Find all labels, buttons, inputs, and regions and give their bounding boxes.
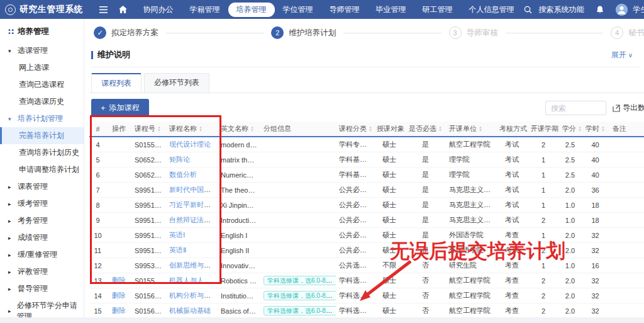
cell-unit: 航空工程学院 bbox=[446, 273, 496, 288]
tab-bar: 课程列表必修环节列表 bbox=[89, 73, 644, 93]
home-icon[interactable] bbox=[119, 6, 127, 13]
column-header[interactable]: 开课单位▲▼ bbox=[446, 122, 496, 137]
export-data-link[interactable]: 导出数据 bbox=[613, 103, 644, 113]
nav-item[interactable]: 导师管理 bbox=[321, 3, 368, 17]
sort-icon[interactable]: ▲▼ bbox=[578, 126, 581, 132]
cell-course_no: S065200202 bbox=[131, 152, 166, 167]
course-name-link[interactable]: 现代设计理论 bbox=[169, 140, 211, 148]
table-search-input[interactable] bbox=[545, 101, 606, 115]
add-course-button[interactable]: + 添加课程 bbox=[91, 99, 149, 117]
cell-course_no: S015500420 bbox=[131, 273, 166, 288]
sidebar-group[interactable]: ▸督导管理 bbox=[0, 280, 84, 297]
search-icon[interactable] bbox=[524, 6, 532, 14]
sort-icon[interactable]: ▲▼ bbox=[479, 126, 482, 132]
column-header[interactable]: 课程号▲▼ bbox=[131, 122, 166, 137]
nav-item[interactable]: 协同办公 bbox=[135, 3, 182, 17]
sort-icon[interactable]: ▲▼ bbox=[369, 126, 372, 132]
course-name-link[interactable]: 数值分析 bbox=[169, 171, 197, 178]
cell-action bbox=[106, 258, 131, 273]
cell-index: 15 bbox=[89, 303, 106, 318]
sidebar-item[interactable]: 查询已选课程 bbox=[0, 76, 84, 93]
cell-course_no: S015500725 bbox=[131, 137, 166, 152]
tab[interactable]: 课程列表 bbox=[91, 73, 142, 93]
sidebar-group[interactable]: ▸必修环节学分申请管理 bbox=[0, 297, 84, 317]
sort-icon[interactable]: ▲▼ bbox=[250, 126, 254, 132]
column-header[interactable]: 考核方式▲▼ bbox=[496, 122, 528, 137]
course-name-link[interactable]: 英语Ⅱ bbox=[169, 246, 186, 254]
delete-link[interactable]: 删除 bbox=[112, 307, 126, 314]
cell-hours: 18 bbox=[581, 213, 609, 228]
column-header[interactable]: 学时▲▼ bbox=[581, 122, 609, 137]
cell-assessment: 考查 bbox=[496, 273, 528, 288]
cell-assessment: 考试 bbox=[496, 243, 528, 258]
nav-item[interactable]: 学籍管理 bbox=[182, 3, 228, 17]
avatar[interactable] bbox=[616, 4, 628, 16]
cell-semester: 2 bbox=[528, 213, 559, 228]
section-title: 维护说明 bbox=[97, 49, 130, 60]
delete-link[interactable]: 删除 bbox=[112, 292, 126, 299]
sidebar-group[interactable]: ▸考务管理 bbox=[0, 212, 84, 229]
nav-item[interactable]: 研工管理 bbox=[414, 3, 461, 17]
sidebar-group[interactable]: ▸缓/重修管理 bbox=[0, 246, 84, 263]
course-name-link[interactable]: 机器人与人工... bbox=[169, 276, 216, 284]
course-name-link[interactable]: 自然辩证法概... bbox=[169, 216, 216, 224]
expand-link[interactable]: 展开∨ bbox=[611, 50, 633, 60]
sort-icon[interactable]: ▲▼ bbox=[601, 126, 605, 132]
sidebar-group[interactable]: ▾培养计划管理 bbox=[0, 110, 84, 127]
nav-item[interactable]: 个人信息管理 bbox=[461, 3, 523, 17]
cell-credits: 2.0 bbox=[559, 303, 581, 318]
column-header[interactable]: 是否必选▲▼ bbox=[405, 122, 446, 137]
tab[interactable]: 必修环节列表 bbox=[144, 73, 209, 93]
sidebar-group-label: 督导管理 bbox=[18, 283, 48, 294]
sidebar-group[interactable]: ▾选课管理 bbox=[0, 42, 84, 59]
course-name-link[interactable]: 习近平新时代... bbox=[169, 201, 216, 208]
course-name-link[interactable]: 机械振动基础 bbox=[169, 307, 211, 314]
menu-icon[interactable] bbox=[99, 6, 108, 13]
cell-category: 公共选修课 bbox=[336, 258, 374, 273]
nav-item[interactable]: 毕业管理 bbox=[368, 3, 414, 17]
cell-index: 6 bbox=[89, 167, 106, 183]
delete-link[interactable]: 删除 bbox=[112, 276, 126, 284]
sort-icon[interactable]: ▲▼ bbox=[438, 126, 442, 132]
search-system-label[interactable]: 搜索系统功能 bbox=[539, 4, 584, 15]
nav-item[interactable]: 学位管理 bbox=[275, 3, 321, 17]
sidebar-group[interactable]: ▸评教管理 bbox=[0, 263, 84, 280]
user-label[interactable]: 学生-在校 | bbox=[633, 4, 644, 15]
cell-index: 7 bbox=[89, 183, 106, 198]
column-header[interactable]: 授课对象▲▼ bbox=[374, 122, 405, 137]
column-header[interactable]: 英文名称▲▼ bbox=[218, 122, 260, 137]
cell-group_info: 学科选修课，选6.0-8.0学分 bbox=[260, 273, 336, 288]
sort-icon[interactable]: ▲▼ bbox=[199, 126, 203, 132]
course-name-link[interactable]: 英语Ⅰ bbox=[169, 231, 185, 239]
cell-hours: 32 bbox=[581, 243, 609, 258]
course-name-link[interactable]: 创新思维与创... bbox=[169, 261, 216, 269]
sidebar-item[interactable]: 查询选课历史 bbox=[0, 93, 84, 110]
column-header[interactable]: 学分▲▼ bbox=[559, 122, 581, 137]
cell-english_name: matrix theory bbox=[218, 152, 260, 167]
sidebar-group[interactable]: ▸缓考管理 bbox=[0, 195, 84, 212]
cell-english_name: Robotics and ... bbox=[218, 273, 260, 288]
course-name-link[interactable]: 机构分析与综... bbox=[169, 292, 216, 299]
cell-required: 否 bbox=[405, 303, 446, 318]
sidebar-item[interactable]: 申请调整培养计划 bbox=[0, 161, 84, 178]
sidebar-group[interactable]: ▸成绩管理 bbox=[0, 229, 84, 246]
column-header[interactable]: 开课学期▲▼ bbox=[528, 122, 559, 137]
column-header[interactable]: 课程分类▲▼ bbox=[336, 122, 374, 137]
caret-right-icon: ▸ bbox=[8, 218, 14, 224]
step: 3导师审核 bbox=[449, 26, 498, 39]
cell-audience: 硕士 bbox=[374, 273, 405, 288]
sidebar-item[interactable]: 查询培养计划历史 bbox=[0, 144, 84, 161]
course-name-link[interactable]: 新时代中国特... bbox=[169, 186, 216, 193]
sidebar-item[interactable]: 完善培养计划 bbox=[0, 127, 84, 144]
cell-group_info bbox=[260, 137, 336, 152]
bell-icon[interactable] bbox=[596, 6, 604, 14]
step-label: 导师审核 bbox=[467, 28, 498, 38]
nav-item[interactable]: 培养管理 bbox=[228, 3, 275, 17]
sidebar-item[interactable]: 网上选课 bbox=[0, 59, 84, 76]
course-name-link[interactable]: 矩阵论 bbox=[169, 156, 190, 163]
sidebar-group[interactable]: ▸课表管理 bbox=[0, 178, 84, 195]
caret-right-icon: ▸ bbox=[8, 252, 14, 258]
cell-hours: 32 bbox=[581, 288, 609, 303]
sort-icon[interactable]: ▲▼ bbox=[157, 126, 161, 132]
column-header[interactable]: 课程名称▲▼ bbox=[166, 122, 218, 137]
